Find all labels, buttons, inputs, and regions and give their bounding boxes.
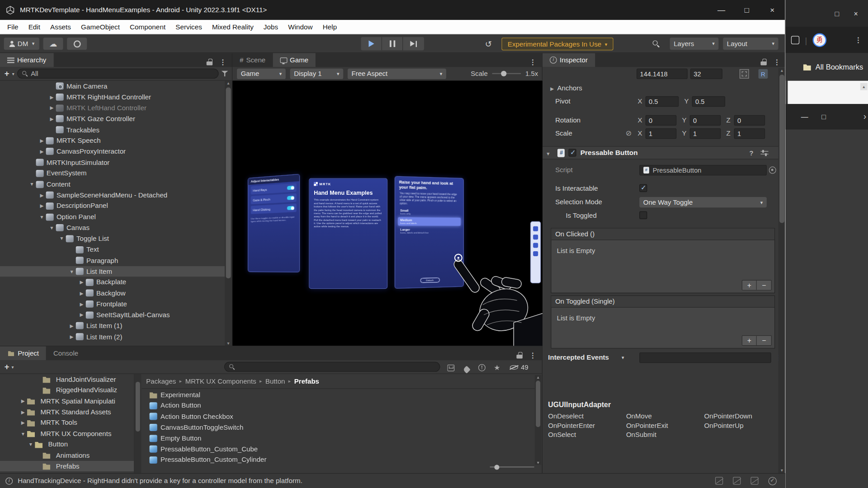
- project-tree-row[interactable]: RiggedHandVisualiz: [0, 385, 134, 396]
- browser-menu-icon[interactable]: [855, 35, 862, 45]
- hierarchy-row[interactable]: ▼ Option Panel: [0, 211, 225, 222]
- status-message[interactable]: HandTrackingDevice - RightHand didn't pr…: [18, 477, 302, 485]
- search-filter-icon[interactable]: [222, 70, 228, 76]
- anchor-presets-icon[interactable]: [740, 69, 749, 79]
- mute-icon[interactable]: [715, 477, 723, 485]
- asset-row[interactable]: Empty Button: [142, 433, 534, 444]
- detach-button[interactable]: Detach: [420, 277, 439, 283]
- menu-item[interactable]: Assets: [45, 20, 76, 34]
- menu-item[interactable]: GameObject: [76, 20, 125, 34]
- inspector-menu-icon[interactable]: [774, 57, 781, 67]
- project-tree-row[interactable]: Prefabs: [0, 461, 134, 472]
- rotation-z-field[interactable]: 0: [734, 115, 765, 126]
- expand-arrow-icon[interactable]: ▶: [77, 312, 85, 318]
- search-by-type-icon[interactable]: [447, 363, 454, 373]
- display-dropdown[interactable]: Display 1: [290, 68, 344, 79]
- experimental-packages-button[interactable]: Experimental Packages In Use: [501, 38, 613, 50]
- project-tree-row[interactable]: ▼ MRTK UX Components: [0, 428, 134, 439]
- hierarchy-row[interactable]: ▶ SeeItSayItLabel-Canvas: [0, 310, 225, 320]
- tab-game[interactable]: Game: [273, 53, 316, 67]
- asset-zoom-slider[interactable]: [490, 465, 534, 469]
- project-menu-icon[interactable]: [529, 350, 537, 360]
- tab-inspector[interactable]: Inspector: [542, 53, 595, 67]
- asset-row[interactable]: Experimental: [142, 389, 534, 400]
- cloud-services-button[interactable]: [43, 38, 63, 50]
- toggle-row[interactable]: Hand Rays: [251, 183, 297, 194]
- layers-dropdown[interactable]: Layers: [670, 38, 719, 50]
- project-tree-row[interactable]: ▶ MRTK Tools: [0, 418, 134, 428]
- asset-row[interactable]: PressableButton_Custom_Cylinder: [142, 455, 534, 465]
- create-dropdown-icon[interactable]: ▾: [12, 71, 14, 76]
- project-lock-icon[interactable]: [516, 352, 522, 359]
- hierarchy-row[interactable]: ▼ List Item: [0, 266, 225, 277]
- tab-scene[interactable]: Scene: [232, 53, 273, 67]
- remove-event-button[interactable]: −: [757, 336, 771, 345]
- hierarchy-row[interactable]: EventSystem: [0, 168, 225, 179]
- inspector-lock-icon[interactable]: [760, 59, 766, 66]
- layout-dropdown[interactable]: Layout: [723, 38, 778, 50]
- raw-edit-button[interactable]: R: [759, 69, 768, 79]
- expand-arrow-icon[interactable]: ▶: [19, 420, 27, 426]
- pivot-y-field[interactable]: 0.5: [692, 96, 725, 107]
- browser-maximize-button[interactable]: □: [828, 9, 847, 17]
- asset-zoom-handle[interactable]: [494, 465, 499, 470]
- asset-row[interactable]: Action Button: [142, 400, 534, 411]
- is-toggled-checkbox[interactable]: [639, 211, 647, 219]
- toggle-row[interactable]: Hand Clicking: [251, 203, 297, 214]
- presets-icon[interactable]: [760, 150, 768, 155]
- rect-height-field[interactable]: 32: [690, 69, 722, 79]
- progress-ok-icon[interactable]: [769, 477, 777, 485]
- scale-y-field[interactable]: 1: [690, 128, 721, 139]
- undo-history-button[interactable]: [485, 39, 492, 49]
- intercepted-dropdown-icon[interactable]: ▾: [622, 355, 624, 360]
- expand-arrow-icon[interactable]: ▼: [57, 236, 66, 241]
- hierarchy-row[interactable]: ▶ MRTK LeftHand Controller: [0, 103, 225, 113]
- toggle-switch[interactable]: [287, 186, 294, 190]
- maximize-button[interactable]: □: [734, 0, 760, 20]
- inner-minimize-button[interactable]: —: [801, 113, 808, 121]
- minimize-button[interactable]: —: [708, 0, 734, 20]
- target-button[interactable]: [67, 38, 87, 50]
- expand-arrow-icon[interactable]: ▶: [38, 149, 46, 154]
- hierarchy-row[interactable]: ▶ List Item (1): [0, 320, 225, 331]
- project-tree-row[interactable]: ▶ MRTK Standard Assets: [0, 407, 134, 418]
- expand-arrow-icon[interactable]: ▶: [77, 280, 85, 285]
- refresh-disabled-icon[interactable]: [750, 477, 758, 485]
- hierarchy-row[interactable]: Text: [0, 244, 225, 255]
- add-event-button[interactable]: +: [742, 336, 757, 345]
- anchors-foldout[interactable]: Anchors: [550, 83, 783, 94]
- hierarchy-row[interactable]: MRTKInputSimulator: [0, 157, 225, 168]
- aspect-dropdown[interactable]: Free Aspect: [348, 68, 446, 79]
- expand-arrow-icon[interactable]: ▼: [67, 269, 75, 274]
- menu-item[interactable]: File: [2, 20, 24, 34]
- expand-arrow-icon[interactable]: ▶: [77, 301, 85, 307]
- expand-arrow-icon[interactable]: ▼: [28, 182, 36, 187]
- menu-item[interactable]: Mixed Reality: [207, 20, 259, 34]
- inspector-scrollbar[interactable]: ▲ ▼: [778, 68, 785, 473]
- breadcrumb-item[interactable]: Packages: [146, 377, 176, 385]
- project-search-input[interactable]: [224, 362, 440, 372]
- chevron-right-icon[interactable]: ›: [863, 112, 867, 122]
- create-asset-dropdown-icon[interactable]: ▾: [11, 364, 14, 369]
- expand-arrow-icon[interactable]: ▶: [38, 192, 46, 198]
- hand-menu-option[interactable]: Small Icons only: [398, 207, 461, 216]
- toggle-row[interactable]: Gaze & Pinch: [251, 193, 297, 204]
- collab-disabled-icon[interactable]: [733, 477, 741, 485]
- expand-arrow-icon[interactable]: ▶: [47, 116, 56, 122]
- hierarchy-row[interactable]: ▼ Toggle List: [0, 233, 225, 244]
- rect-width-field[interactable]: 144.1418: [637, 69, 688, 79]
- hidden-packages-toggle[interactable]: 49: [509, 363, 528, 371]
- expand-arrow-icon[interactable]: ▶: [19, 409, 27, 415]
- hand-menu-option[interactable]: Larger Icons, labels and detach bar: [398, 227, 461, 235]
- scale-z-field[interactable]: 1: [734, 128, 765, 139]
- pause-button[interactable]: [382, 37, 403, 50]
- expand-arrow-icon[interactable]: ▶: [77, 291, 85, 296]
- toggle-switch[interactable]: [287, 196, 294, 200]
- project-tree-row[interactable]: Animations: [0, 450, 134, 461]
- hierarchy-row[interactable]: ▼ Content: [0, 179, 225, 190]
- create-object-button[interactable]: [5, 69, 9, 79]
- scale-x-field[interactable]: 1: [646, 128, 677, 139]
- expand-arrow-icon[interactable]: ▶: [19, 399, 27, 404]
- breadcrumb-item[interactable]: MRTK UX Components: [176, 377, 256, 385]
- link-scale-icon[interactable]: [626, 129, 632, 137]
